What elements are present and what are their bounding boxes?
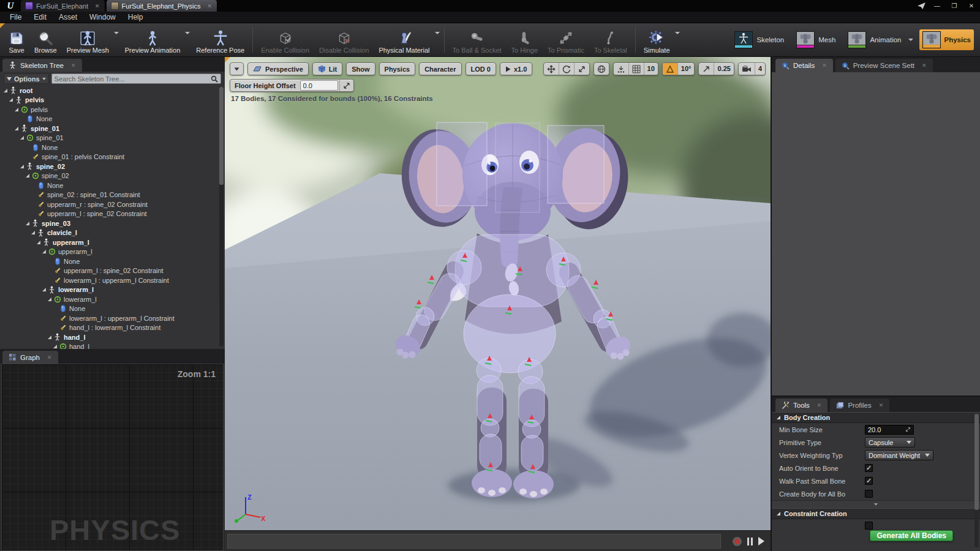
primitive-type-select[interactable]: Capsule xyxy=(865,437,915,448)
tree-item-spine-03[interactable]: spine_03 xyxy=(0,219,219,228)
toolbar-button-browse[interactable]: Browse xyxy=(29,23,62,56)
tree-item-none[interactable]: None xyxy=(0,304,219,314)
rotation-snap-value[interactable]: 10° xyxy=(681,65,692,73)
lit-button[interactable]: Lit xyxy=(312,62,342,75)
send-feedback-icon[interactable] xyxy=(917,2,926,10)
rotate-tool-icon[interactable] xyxy=(559,62,574,75)
skeleton-tree-scrollbar[interactable] xyxy=(219,87,224,347)
section-header-constraint-creation[interactable]: Constraint Creation xyxy=(772,508,980,519)
tree-item-spine-01-pelvis-constraint[interactable]: spine_01 : pelvis Constraint xyxy=(0,152,219,162)
expander-arrow-icon[interactable] xyxy=(42,250,46,253)
dropdown-caret-icon[interactable] xyxy=(185,32,190,34)
tree-item-lowerarm-l-upperarm-l-constraint[interactable]: lowerarm_l : upperarm_l Constraint xyxy=(0,276,219,285)
options-button[interactable]: Options xyxy=(4,73,49,84)
character-menu-button[interactable]: Character xyxy=(419,62,461,75)
tree-item-hand-l[interactable]: hand_l xyxy=(0,342,219,350)
expander-arrow-icon[interactable] xyxy=(20,136,24,140)
toolbar-button-physical-material[interactable]: Physical Material xyxy=(374,23,434,56)
viewport-options-button[interactable] xyxy=(230,62,244,75)
grid-snap-value[interactable]: 10 xyxy=(647,65,655,73)
pause-button[interactable] xyxy=(747,538,753,545)
scale-tool-icon[interactable] xyxy=(574,62,589,75)
expander-arrow-icon[interactable] xyxy=(4,89,7,92)
tree-item-pelvis[interactable]: pelvis xyxy=(0,105,219,114)
physics-menu-button[interactable]: Physics xyxy=(379,62,416,75)
close-icon[interactable]: ✕ xyxy=(817,402,822,408)
tree-item-none[interactable]: None xyxy=(0,257,219,266)
tab-tools[interactable]: Tools ✕ xyxy=(775,399,827,412)
camera-speed-value[interactable]: 4 xyxy=(758,65,762,73)
mode-button-animation[interactable]: Animation xyxy=(845,29,904,50)
show-button[interactable]: Show xyxy=(346,62,375,75)
close-button[interactable]: ✕ xyxy=(965,2,978,9)
floor-height-offset-input[interactable] xyxy=(300,80,338,91)
tree-item-hand-l[interactable]: hand_l xyxy=(0,332,219,342)
tree-item-upperarm-r-spine-02-constraint[interactable]: upperarm_r : spine_02 Constraint xyxy=(0,200,219,209)
create-body-for-all-bo-checkbox[interactable] xyxy=(865,490,873,498)
scale-snap-icon[interactable] xyxy=(699,62,714,75)
timeline-track[interactable] xyxy=(227,534,721,549)
tree-item-none[interactable]: None xyxy=(0,114,219,124)
menu-window[interactable]: Window xyxy=(83,13,122,21)
skeleton-tree-search-input[interactable] xyxy=(55,75,211,83)
expander-arrow-icon[interactable] xyxy=(20,165,24,168)
asset-tab-fursuit-elephant[interactable]: FurSuit_Elephant ✕ xyxy=(21,0,105,12)
tree-item-upperarm-l[interactable]: upperarm_l xyxy=(0,238,219,247)
rotation-snap-icon[interactable] xyxy=(663,62,677,75)
tree-item-lowerarm-l[interactable]: lowerarm_l xyxy=(0,294,219,304)
auto-orient-to-bone-checkbox[interactable]: ✓ xyxy=(865,464,873,472)
min-bone-size-input[interactable]: 20.0 xyxy=(865,425,914,435)
minimize-button[interactable]: — xyxy=(931,2,943,9)
expander-arrow-icon[interactable] xyxy=(37,241,40,244)
asset-tab-fursuit-elephant-physics[interactable]: FurSuit_Elephant_Physics ✕ xyxy=(107,0,218,12)
close-icon[interactable]: ✕ xyxy=(922,62,927,69)
world-coordinate-icon[interactable] xyxy=(594,62,609,75)
tree-item-spine-02[interactable]: spine_02 xyxy=(0,162,219,171)
tree-item-pelvis[interactable]: pelvis xyxy=(0,96,219,105)
dropdown-caret-icon[interactable] xyxy=(435,32,440,34)
expander-arrow-icon[interactable] xyxy=(15,127,18,130)
dropdown-caret-icon[interactable] xyxy=(675,32,680,34)
expander-arrow-icon[interactable] xyxy=(9,98,13,102)
translate-tool-icon[interactable] xyxy=(544,62,559,75)
mode-button-physics[interactable]: Physics xyxy=(919,29,974,50)
toolbar-button-simulate[interactable]: Simulate xyxy=(639,23,675,56)
tree-item-none[interactable]: None xyxy=(0,143,219,152)
close-icon[interactable]: ✕ xyxy=(71,62,76,69)
generate-all-bodies-button[interactable]: Generate All Bodies xyxy=(870,530,953,541)
tree-item-spine-02-spine-01-constraint[interactable]: spine_02 : spine_01 Constraint xyxy=(0,190,219,200)
close-icon[interactable]: ✕ xyxy=(95,3,100,9)
tree-item-upperarm-l-spine-02-constraint[interactable]: upperarm_l : spine_02 Constraint xyxy=(0,209,219,219)
play-button[interactable] xyxy=(758,537,764,545)
tree-item-spine-01[interactable]: spine_01 xyxy=(0,124,219,133)
walk-past-small-bone-checkbox[interactable]: ✓ xyxy=(865,477,873,485)
tree-item-spine-01[interactable]: spine_01 xyxy=(0,133,219,143)
toolbar-button-preview-animation[interactable]: Preview Animation xyxy=(120,23,186,56)
perspective-button[interactable]: Perspective xyxy=(247,62,309,75)
surface-snap-icon[interactable] xyxy=(614,62,628,75)
close-icon[interactable]: ✕ xyxy=(208,3,213,9)
toolbar-button-reference-pose[interactable]: Reference Pose xyxy=(191,23,249,56)
scale-snap-value[interactable]: 0.25 xyxy=(717,65,730,73)
item-checkbox[interactable] xyxy=(865,522,873,530)
tab-graph[interactable]: Graph ✕ xyxy=(2,351,58,364)
tab-profiles[interactable]: Profiles ✕ xyxy=(830,399,889,412)
dropdown-caret-icon[interactable] xyxy=(114,32,119,34)
maximize-button[interactable]: ❐ xyxy=(948,2,960,9)
record-button[interactable] xyxy=(733,537,742,546)
tree-item-lowerarm-l-upperarm-l-constraint[interactable]: lowerarm_l : upperarm_l Constraint xyxy=(0,313,219,323)
menu-file[interactable]: File xyxy=(4,13,28,21)
toolbar-button-preview-mesh[interactable]: Preview Mesh xyxy=(62,23,114,56)
tree-item-spine-02[interactable]: spine_02 xyxy=(0,171,219,181)
3d-viewport[interactable]: Perspective Lit Show Physics Character L… xyxy=(225,57,771,551)
menu-asset[interactable]: Asset xyxy=(53,13,83,21)
menu-help[interactable]: Help xyxy=(122,13,149,21)
expander-arrow-icon[interactable] xyxy=(26,174,29,178)
tree-item-clavicle-l[interactable]: clavicle_l xyxy=(0,228,219,238)
expander-arrow-icon[interactable] xyxy=(26,222,29,225)
expander-arrow-icon[interactable] xyxy=(48,335,51,339)
close-icon[interactable]: ✕ xyxy=(879,402,884,408)
tab-details[interactable]: i Details ✕ xyxy=(775,59,833,72)
expander-arrow-icon[interactable] xyxy=(42,288,46,291)
tree-item-upperarm-l[interactable]: upperarm_l xyxy=(0,247,219,257)
